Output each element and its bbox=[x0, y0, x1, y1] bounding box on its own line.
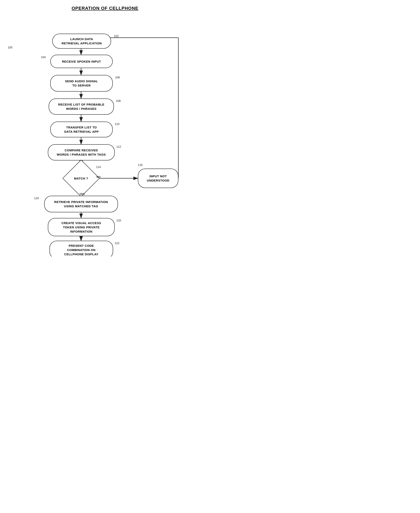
label-102: 102 bbox=[114, 34, 119, 38]
label-108: 108 bbox=[116, 99, 121, 103]
box-launch: LAUNCH DATA RETRIEVAL APPLICATION bbox=[52, 34, 111, 49]
box-receive-spoken: RECEIVE SPOKEN INPUT bbox=[50, 55, 113, 68]
label-118: 118 bbox=[34, 197, 39, 200]
no-label: NO bbox=[97, 176, 101, 178]
label-116: 116 bbox=[138, 163, 142, 167]
page-title: OPERATION OF CELLPHONE bbox=[0, 0, 210, 15]
box-send-audio: SEND AUDIO SIGNAL TO SERVER bbox=[50, 75, 113, 92]
yes-label: YES bbox=[79, 192, 85, 196]
box-retrieve: RETRIEVE PRIVATE INFORMATION USING MATCH… bbox=[44, 196, 118, 212]
label-120: 120 bbox=[116, 219, 121, 222]
box-receive-list: RECEIVE LIST OF PROBABLE WORDS / PHRASES bbox=[49, 98, 114, 115]
box-present-code: PRESENT CODE COMBINATION ON CELLPHONE DI… bbox=[49, 241, 113, 256]
diamond-match: MATCH ? bbox=[68, 165, 94, 192]
label-110: 110 bbox=[115, 122, 119, 126]
label-122: 122 bbox=[115, 242, 119, 245]
label-114: 114 bbox=[96, 165, 101, 169]
box-create-token: CREATE VISUAL ACCESS TOKEN USING PRIVATE… bbox=[48, 218, 115, 236]
label-112: 112 bbox=[116, 145, 121, 148]
box-compare: COMPARE RECEIVED WORDS / PHRASES WITH TA… bbox=[48, 144, 115, 161]
label-106: 106 bbox=[115, 76, 120, 79]
label-104: 104 bbox=[41, 56, 46, 59]
box-transfer-list: TRANSFER LIST TO DATA RETRIEVAL APP bbox=[50, 122, 113, 137]
box-input-not: INPUT NOT UNDERSTOOD bbox=[138, 169, 178, 188]
label-100: 100 bbox=[8, 46, 12, 49]
